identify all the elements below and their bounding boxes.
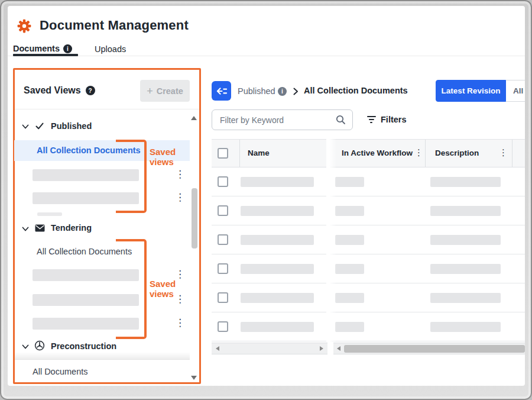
group-tendering[interactable]: Tendering (51, 223, 92, 233)
tab-uploads-label: Uploads (95, 44, 126, 54)
collapse-panel-icon (216, 86, 228, 96)
workflow-cell-skeleton (335, 322, 364, 332)
collapse-sidebar-button[interactable] (212, 81, 231, 101)
row-checkbox[interactable] (218, 321, 228, 332)
saved-views-title: Saved Views ? (24, 85, 95, 96)
workflow-cell-skeleton (335, 293, 364, 303)
column-divider (512, 140, 512, 167)
sidebar-footer-divider (15, 359, 190, 360)
row-checkbox[interactable] (218, 176, 228, 187)
name-cell-skeleton (241, 322, 314, 332)
column-divider (425, 140, 426, 167)
frozen-pane-hscrollbar[interactable] (212, 343, 327, 354)
name-cell-skeleton (241, 235, 314, 245)
workflow-cell-skeleton (335, 235, 364, 245)
kebab-menu-icon[interactable]: ⋮ (175, 192, 185, 202)
description-cell-skeleton (430, 206, 501, 216)
table-row[interactable] (212, 225, 525, 254)
workflow-cell-skeleton (335, 264, 364, 274)
group-published[interactable]: Published (51, 121, 92, 131)
saved-view-skeleton-partial (37, 212, 62, 216)
name-cell-skeleton (241, 206, 314, 216)
name-cell-skeleton (241, 264, 314, 274)
sidebar-item-all-documents[interactable]: All Documents (33, 367, 87, 376)
column-header-workflow[interactable]: In Active Workflow (342, 149, 413, 157)
description-cell-skeleton (430, 177, 501, 187)
filter-icon (366, 116, 376, 123)
table-hscrollbar-thumb[interactable] (344, 345, 525, 353)
table-hscrollbar[interactable] (333, 343, 525, 354)
app-window: Document Management Documents i Uploads … (8, 6, 525, 386)
wheel-icon (34, 340, 45, 353)
scroll-left-arrow[interactable] (216, 346, 219, 351)
tab-documents-label: Documents (13, 44, 60, 53)
check-icon (35, 121, 44, 133)
sidebar-divider (15, 109, 199, 109)
tab-documents[interactable]: Documents i (13, 44, 72, 53)
create-view-button[interactable]: + Create (140, 80, 190, 102)
filters-button[interactable]: Filters (366, 111, 414, 128)
tab-uploads[interactable]: Uploads (95, 44, 126, 54)
description-cell-skeleton (430, 235, 501, 245)
row-checkbox[interactable] (218, 263, 228, 274)
scroll-right-arrow[interactable] (320, 346, 323, 351)
filters-label: Filters (381, 115, 407, 124)
kebab-menu-icon[interactable]: ⋮ (175, 318, 185, 328)
description-cell-skeleton (430, 322, 501, 332)
breadcrumb-current: All Collection Documents (304, 86, 408, 95)
column-header-description[interactable]: Description (435, 149, 479, 157)
name-cell-skeleton (241, 293, 314, 303)
name-cell-skeleton (241, 177, 314, 187)
column-divider (239, 140, 240, 167)
scroll-up-arrow[interactable] (191, 116, 197, 120)
active-tab-underline (13, 54, 78, 56)
envelope-icon (35, 224, 45, 234)
scroll-left-arrow[interactable] (337, 346, 340, 351)
help-icon[interactable]: ? (86, 86, 95, 95)
column-menu-icon[interactable]: ⋮ (499, 148, 508, 157)
kebab-menu-icon[interactable]: ⋮ (175, 294, 185, 304)
create-view-label: Create (157, 86, 183, 96)
all-revisions-toggle[interactable]: All (506, 80, 525, 102)
table-row[interactable] (212, 283, 525, 312)
saved-views-title-text: Saved Views (24, 85, 81, 96)
workflow-cell-skeleton (335, 177, 364, 187)
keyword-filter-field (212, 109, 353, 130)
description-cell-skeleton (430, 293, 501, 303)
row-checkbox[interactable] (218, 205, 228, 216)
keyword-filter-input[interactable] (212, 109, 353, 130)
annotation-label: Savedviews (150, 147, 176, 167)
chevron-down-icon[interactable] (21, 225, 30, 236)
select-all-checkbox[interactable] (218, 148, 228, 159)
breadcrumb-chevron-icon (293, 87, 299, 98)
frozen-column-shadow (326, 139, 336, 342)
table-row[interactable] (212, 312, 525, 341)
workflow-cell-skeleton (335, 206, 364, 216)
info-icon[interactable]: i (278, 87, 287, 96)
column-menu-icon[interactable]: ⋮ (414, 148, 423, 157)
plus-icon: + (147, 86, 153, 96)
annotation-bracket (116, 140, 147, 213)
breadcrumb-parent[interactable]: Published (238, 86, 275, 96)
group-preconstruction[interactable]: Preconstruction (51, 341, 116, 351)
search-icon[interactable] (336, 115, 346, 127)
table-row[interactable] (212, 254, 525, 283)
kebab-menu-icon[interactable]: ⋮ (175, 169, 185, 179)
annotation-label: Savedviews (150, 279, 176, 299)
description-cell-skeleton (430, 264, 501, 274)
sidebar-footer-shadow (15, 352, 190, 359)
table-row[interactable] (212, 196, 525, 225)
row-checkbox[interactable] (218, 234, 228, 245)
sidebar-scrollbar-thumb[interactable] (192, 188, 197, 249)
tabs-divider (8, 56, 525, 56)
gear-icon (17, 18, 32, 36)
scroll-down-arrow[interactable] (191, 376, 197, 380)
latest-revision-toggle[interactable]: Latest Revision (436, 80, 506, 102)
kebab-menu-icon[interactable]: ⋮ (175, 269, 185, 279)
column-header-name[interactable]: Name (248, 149, 270, 157)
page-title: Document Management (40, 18, 189, 33)
chevron-down-icon[interactable] (21, 122, 30, 133)
table-row[interactable] (212, 167, 525, 196)
row-checkbox[interactable] (218, 292, 228, 303)
info-icon[interactable]: i (63, 44, 72, 53)
